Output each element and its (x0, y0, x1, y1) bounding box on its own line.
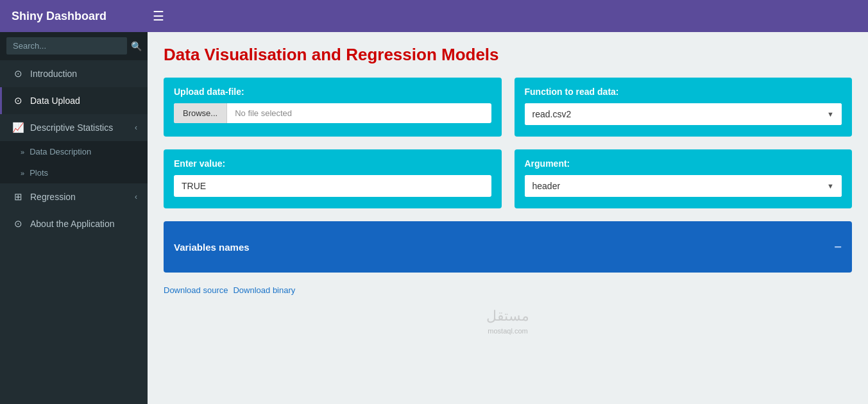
function-card: Function to read data: read.csv read.csv… (515, 78, 853, 137)
enter-value-card: Enter value: (164, 149, 502, 208)
about-icon: ⊙ (12, 218, 24, 230)
data-upload-icon: ⊙ (12, 95, 24, 106)
variables-box-collapse-button[interactable]: − (834, 240, 842, 255)
card-row-2: Enter value: Argument: header sep quote … (164, 149, 852, 208)
function-select-wrapper: read.csv read.csv2 read.table read.delim (525, 103, 842, 125)
watermark-logo: مستقل (164, 308, 852, 324)
sidebar-item-data-upload[interactable]: ⊙ Data Upload (0, 87, 148, 114)
sidebar-subitem-label: Data Description (30, 147, 91, 156)
upload-card: Upload data-file: Browse... No file sele… (164, 78, 502, 137)
variables-box-title: Variables names (174, 242, 250, 253)
download-links: Download source Download binary (164, 285, 852, 295)
download-binary-link[interactable]: Download binary (233, 285, 295, 295)
argument-select-wrapper: header sep quote dec (525, 175, 842, 197)
watermark: مستقل mostaql.com (164, 295, 852, 342)
sidebar-item-label: Regression (30, 192, 76, 202)
download-source-link[interactable]: Download source (164, 285, 228, 295)
file-placeholder: No file selected (227, 103, 491, 123)
sidebar: 🔍 ⊙ Introduction ⊙ Data Upload 📈 Descrip… (0, 32, 148, 404)
search-input[interactable] (6, 37, 127, 55)
chevron-icon: ‹ (135, 192, 137, 201)
sub-arrow-icon: » (21, 148, 24, 156)
variables-box: Variables names − (164, 221, 852, 273)
argument-card: Argument: header sep quote dec (515, 149, 853, 208)
main-layout: 🔍 ⊙ Introduction ⊙ Data Upload 📈 Descrip… (0, 32, 868, 404)
top-header: Shiny Dashboard ☰ (0, 0, 868, 32)
sidebar-item-label: Data Upload (30, 96, 80, 106)
browse-button[interactable]: Browse... (174, 103, 227, 123)
sidebar-subitem-data-description[interactable]: » Data Description (0, 141, 148, 162)
page-title: Data Visualisation and Regression Models (164, 45, 852, 65)
card-row-1: Upload data-file: Browse... No file sele… (164, 78, 852, 137)
sub-arrow-icon: » (21, 169, 24, 177)
introduction-icon: ⊙ (12, 68, 24, 80)
chevron-icon: ‹ (135, 123, 137, 132)
sidebar-item-descriptive-statistics[interactable]: 📈 Descriptive Statistics ‹ (0, 114, 148, 141)
search-icon: 🔍 (131, 41, 142, 51)
file-input-row: Browse... No file selected (174, 103, 491, 123)
sidebar-subitem-label: Plots (30, 168, 48, 178)
function-label: Function to read data: (525, 87, 842, 97)
sidebar-subitem-plots[interactable]: » Plots (0, 162, 148, 183)
descriptive-stats-icon: 📈 (12, 122, 24, 133)
brand-title: Shiny Dashboard (12, 10, 140, 23)
sidebar-search-container: 🔍 (0, 32, 148, 60)
argument-label: Argument: (525, 158, 842, 169)
main-content: Data Visualisation and Regression Models… (148, 32, 868, 404)
sidebar-item-introduction[interactable]: ⊙ Introduction (0, 60, 148, 87)
sidebar-item-label: Descriptive Statistics (30, 122, 113, 133)
hamburger-icon[interactable]: ☰ (153, 8, 164, 24)
enter-value-label: Enter value: (174, 158, 491, 169)
sidebar-item-label: Introduction (30, 69, 77, 79)
argument-select[interactable]: header sep quote dec (525, 175, 842, 197)
regression-icon: ⊞ (12, 191, 24, 203)
upload-label: Upload data-file: (174, 87, 491, 97)
sidebar-item-label: About the Application (30, 219, 115, 229)
function-select[interactable]: read.csv read.csv2 read.table read.delim (525, 103, 842, 125)
sidebar-nav: ⊙ Introduction ⊙ Data Upload 📈 Descripti… (0, 60, 148, 404)
watermark-url: mostaql.com (488, 327, 527, 335)
sidebar-item-regression[interactable]: ⊞ Regression ‹ (0, 183, 148, 210)
enter-value-input[interactable] (174, 175, 491, 197)
sidebar-item-about[interactable]: ⊙ About the Application (0, 210, 148, 237)
